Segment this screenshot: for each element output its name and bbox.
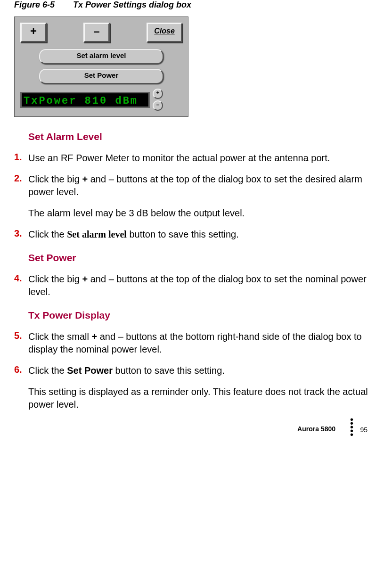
- tx-power-dialog: + – Close Set alarm level Set Power TxPo…: [14, 16, 188, 117]
- step-2: 2. Click the big + and – buttons at the …: [14, 173, 373, 198]
- step-6-note: This setting is displayed as a reminder …: [28, 386, 373, 411]
- step-text: Click the Set alarm level button to save…: [28, 228, 239, 241]
- step-number: 2.: [14, 173, 28, 198]
- step-number: 1.: [14, 152, 28, 164]
- big-plus-button[interactable]: +: [20, 23, 47, 42]
- figure-number: Figure 6-5: [14, 0, 71, 10]
- step-number: 4.: [14, 273, 28, 298]
- display-row: TxPower 810 dBm + –: [20, 89, 182, 111]
- figure-caption: Figure 6-5 Tx Power Settings dialog box: [14, 0, 373, 10]
- mini-buttons: + –: [153, 89, 163, 111]
- step-6: 6. Click the Set Power button to save th…: [14, 364, 373, 377]
- set-alarm-level-button[interactable]: Set alarm level: [39, 49, 163, 64]
- small-minus-button[interactable]: –: [153, 100, 163, 111]
- tx-power-display: TxPower 810 dBm: [20, 92, 150, 108]
- footer-page-number: 95: [360, 426, 368, 434]
- footer-product: Aurora 5800: [297, 425, 335, 433]
- step-text: Use an RF Power Meter to monitor the act…: [28, 152, 330, 164]
- step-number: 5.: [14, 330, 28, 356]
- step-text: Click the big + and – buttons at the top…: [28, 173, 373, 198]
- step-text: Click the Set Power button to save this …: [28, 364, 225, 377]
- footer-dots-icon: •••••: [350, 418, 353, 436]
- step-2-note: The alarm level may be 3 dB below the ou…: [28, 207, 373, 220]
- heading-tx-power-display: Tx Power Display: [28, 310, 373, 321]
- step-4: 4. Click the big + and – buttons at the …: [14, 273, 373, 298]
- page-footer: Aurora 5800 ••••• 95: [14, 425, 373, 439]
- step-number: 6.: [14, 364, 28, 377]
- step-text: Click the small + and – buttons at the b…: [28, 330, 373, 356]
- heading-set-power: Set Power: [28, 252, 373, 263]
- big-minus-button[interactable]: –: [83, 23, 110, 42]
- step-number: 3.: [14, 228, 28, 241]
- step-1: 1. Use an RF Power Meter to monitor the …: [14, 152, 373, 164]
- dialog-top-row: + – Close: [20, 23, 182, 42]
- close-button[interactable]: Close: [147, 23, 182, 42]
- figure-title: Tx Power Settings dialog box: [73, 0, 191, 9]
- step-text: Click the big + and – buttons at the top…: [28, 273, 373, 298]
- heading-set-alarm-level: Set Alarm Level: [28, 131, 373, 142]
- small-plus-button[interactable]: +: [153, 89, 163, 99]
- step-5: 5. Click the small + and – buttons at th…: [14, 330, 373, 356]
- set-power-button[interactable]: Set Power: [39, 69, 163, 84]
- step-3: 3. Click the Set alarm level button to s…: [14, 228, 373, 241]
